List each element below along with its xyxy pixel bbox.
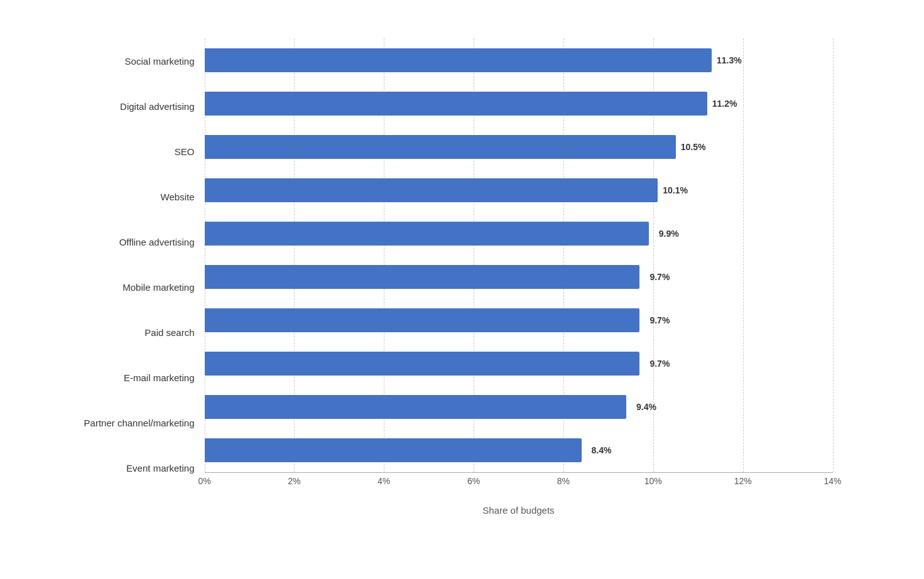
chart-container: Social marketingDigital advertisingSEOWe… (54, 19, 871, 560)
bar-value-label: 11.3% (717, 55, 742, 65)
bar-value-label: 8.4% (592, 445, 612, 455)
bar: 10.1% (205, 178, 658, 202)
y-labels: Social marketingDigital advertisingSEOWe… (79, 38, 205, 516)
bar-value-label: 9.7% (650, 359, 670, 369)
y-label: Digital advertising (79, 89, 205, 123)
x-axis: 0%2%4%6%8%10%12%14% (205, 472, 833, 497)
bar-row: 9.7% (205, 260, 833, 294)
bar: 11.3% (205, 48, 712, 72)
bars-wrapper: 11.3%11.2%10.5%10.1%9.9%9.7%9.7%9.7%9.4%… (205, 38, 833, 472)
x-axis-line (205, 472, 833, 473)
bar-value-label: 9.9% (659, 229, 679, 239)
bar: 9.7% (205, 308, 640, 332)
y-label: SEO (79, 134, 205, 168)
bottom-section: 0%2%4%6%8%10%12%14% Share of budgets (205, 472, 833, 516)
bar-row: 10.5% (205, 130, 833, 164)
plot-area: 11.3%11.2%10.5%10.1%9.9%9.7%9.7%9.7%9.4%… (205, 38, 833, 516)
bar-row: 11.2% (205, 87, 833, 121)
bar-row: 10.1% (205, 173, 833, 207)
bar-row: 9.7% (205, 347, 833, 381)
x-tick: 4% (378, 476, 390, 486)
bar-row: 9.9% (205, 217, 833, 251)
y-label: Event marketing (79, 451, 205, 485)
y-label: Partner channel/marketing (79, 406, 205, 440)
bar-value-label: 9.4% (636, 402, 656, 412)
x-tick: 12% (734, 476, 752, 486)
bar: 8.4% (205, 438, 582, 462)
x-tick: 8% (557, 476, 570, 486)
chart-area: Social marketingDigital advertisingSEOWe… (79, 38, 833, 516)
bar-value-label: 9.7% (650, 272, 670, 282)
bar-row: 9.7% (205, 303, 833, 337)
bar-value-label: 10.5% (681, 142, 706, 152)
x-tick: 2% (288, 476, 300, 486)
x-tick: 6% (467, 476, 480, 486)
bars-section: 11.3%11.2%10.5%10.1%9.9%9.7%9.7%9.7%9.4%… (205, 38, 833, 472)
y-label: E-mail marketing (79, 360, 205, 394)
x-tick: 14% (823, 476, 841, 486)
bar-value-label: 9.7% (650, 315, 670, 325)
y-label: Mobile marketing (79, 270, 205, 304)
x-tick: 10% (644, 476, 662, 486)
bar-row: 11.3% (205, 43, 833, 77)
bar-row: 9.4% (205, 390, 833, 424)
bar: 10.5% (205, 135, 676, 159)
x-axis-label: Share of budgets (205, 502, 833, 516)
grid-line (833, 38, 834, 472)
x-tick: 0% (198, 476, 210, 486)
bar: 11.2% (205, 92, 707, 116)
y-label: Offline advertising (79, 225, 205, 259)
bar-value-label: 10.1% (663, 185, 688, 195)
bar: 9.7% (205, 265, 640, 289)
bar-value-label: 11.2% (712, 99, 737, 109)
bar: 9.4% (205, 395, 626, 419)
y-label: Website (79, 180, 205, 214)
bar: 9.7% (205, 352, 640, 376)
y-label: Social marketing (79, 44, 205, 78)
bar: 9.9% (205, 222, 649, 246)
y-label: Paid search (79, 315, 205, 349)
bar-row: 8.4% (205, 433, 833, 467)
